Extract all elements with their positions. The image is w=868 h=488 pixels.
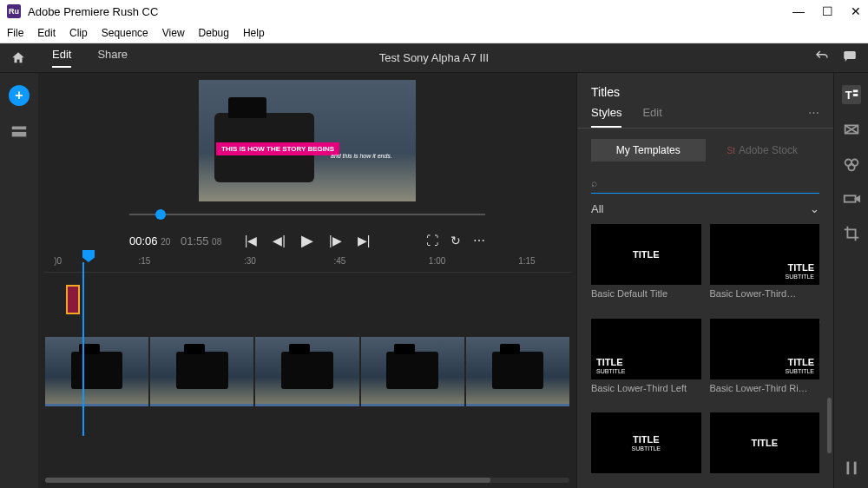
menu-sequence[interactable]: Sequence [102,27,148,39]
menu-clip[interactable]: Clip [69,27,88,39]
scrubber-track [129,214,485,215]
menu-debug[interactable]: Debug [199,27,229,39]
right-toolbar: T [833,73,868,488]
title-overlay: THIS IS HOW THE STORY BEGINS [216,142,339,155]
svg-rect-10 [852,90,858,93]
project-title: Test Sony Alpha A7 III [379,51,489,64]
undo-icon[interactable] [814,49,830,67]
my-templates-toggle[interactable]: My Templates [591,139,706,162]
adobe-stock-toggle[interactable]: StAdobe Stock [706,139,820,162]
panel-more-icon[interactable]: ⋯ [808,106,819,128]
svg-rect-18 [853,462,856,475]
template-thumb[interactable]: TITLESUBTITLE [591,319,701,379]
video-clip[interactable] [466,337,569,406]
left-sidebar: + [0,73,38,488]
app-name: Adobe Premiere Rush CC [28,5,158,18]
ruler-tick: )0 [54,256,62,266]
video-track [45,337,569,406]
chevron-down-icon: ⌄ [810,202,819,215]
panel-tab-styles[interactable]: Styles [591,106,621,128]
go-to-start-icon[interactable]: |◀ [245,234,258,247]
template-card[interactable]: TITLESUBTITLE Basic Lower-Third Ri… [710,319,820,408]
close-button[interactable]: ✕ [851,4,861,18]
panel-scrollbar[interactable] [827,398,832,453]
menu-edit[interactable]: Edit [37,27,56,39]
template-card[interactable]: TITLESUBTITLE Basic Lower-Third… ★ [710,224,820,313]
maximize-button[interactable]: ☐ [822,4,833,18]
step-back-icon[interactable]: ◀| [273,234,286,247]
template-card[interactable]: TITLE Basic Default Title [591,224,701,313]
menu-help[interactable]: Help [243,27,265,39]
svg-rect-1 [12,127,27,130]
title-clip[interactable] [66,285,80,314]
template-label: Basic Lower-Third Left [591,383,701,393]
fullscreen-icon[interactable]: ⛶ [426,234,438,247]
time-display: 00:06 20 01:55 08 [129,234,221,247]
crop-tool-icon[interactable] [842,224,861,243]
timeline-scrollbar[interactable] [45,478,569,483]
home-icon[interactable] [10,50,26,66]
ruler-tick: 1:15 [518,256,535,266]
panel-title: Titles [577,73,833,106]
add-media-button[interactable]: + [9,85,30,106]
template-card[interactable]: TITLESUBTITLE [591,412,701,488]
svg-rect-17 [846,462,849,475]
video-clip[interactable] [255,337,358,406]
more-options-icon[interactable]: ⋯ [473,234,485,247]
template-card[interactable]: TITLESUBTITLE Basic Lower-Third Left [591,319,701,408]
scrubber-handle[interactable] [155,209,166,220]
minimize-button[interactable]: — [792,4,805,18]
video-clip[interactable] [45,337,148,406]
playhead-line [82,262,84,436]
tab-share[interactable]: Share [97,48,128,68]
project-panel-icon[interactable] [10,122,29,141]
search-input[interactable] [597,175,819,191]
subtitle-overlay: and this is how it ends. [331,153,392,159]
transitions-tool-icon[interactable] [842,120,861,139]
timeline-ruler[interactable]: )0:15:30:451:001:15 [43,250,571,273]
step-forward-icon[interactable]: |▶ [329,234,342,247]
svg-rect-2 [12,132,27,137]
ruler-tick: :45 [333,256,345,266]
template-label: Basic Default Title [591,288,701,299]
speed-tool-icon[interactable] [842,189,861,208]
menubar: File Edit Clip Sequence View Debug Help [0,23,868,43]
playhead[interactable] [82,250,95,262]
comment-icon[interactable] [842,49,858,67]
svg-rect-0 [844,51,856,59]
tab-edit[interactable]: Edit [52,48,71,68]
top-nav: Edit Share Test Sony Alpha A7 III [0,43,868,73]
template-thumb[interactable]: TITLE [591,224,701,285]
scrubber[interactable] [129,207,485,228]
template-label: Basic Lower-Third… [710,288,820,299]
template-label: Basic Lower-Third Ri… [710,383,820,393]
go-to-end-icon[interactable]: ▶| [358,234,371,247]
template-thumb[interactable]: TITLESUBTITLE [710,224,820,285]
menu-file[interactable]: File [7,27,23,39]
preview-area: THIS IS HOW THE STORY BEGINS and this is… [38,73,576,250]
template-thumb[interactable]: TITLESUBTITLE [710,319,820,379]
template-thumb[interactable]: TITLESUBTITLE [591,412,701,473]
template-card[interactable]: TITLE [710,412,820,488]
titles-tool-icon[interactable]: T [842,85,861,104]
color-tool-icon[interactable] [842,155,861,174]
svg-point-15 [848,164,854,170]
search-icon: ⌕ [591,177,597,189]
panel-tab-edit[interactable]: Edit [642,106,661,128]
video-clip[interactable] [150,337,253,406]
menu-view[interactable]: View [162,27,185,39]
svg-rect-16 [844,195,855,201]
audio-levels-icon[interactable] [842,458,861,478]
svg-text:T: T [845,89,852,102]
ruler-tick: 1:00 [429,256,445,266]
titles-panel: Titles Styles Edit ⋯ My Templates StAdob… [576,73,833,488]
template-thumb[interactable]: TITLE [710,412,820,473]
filter-dropdown[interactable]: All ⌄ [591,202,819,215]
video-preview[interactable]: THIS IS HOW THE STORY BEGINS and this is… [199,80,416,201]
play-icon[interactable]: ▶ [301,231,313,250]
ruler-tick: :15 [138,256,150,266]
titlebar: Ru Adobe Premiere Rush CC — ☐ ✕ [0,0,868,23]
loop-icon[interactable]: ↻ [450,234,461,247]
video-clip[interactable] [361,337,464,406]
center-area: THIS IS HOW THE STORY BEGINS and this is… [38,73,576,488]
